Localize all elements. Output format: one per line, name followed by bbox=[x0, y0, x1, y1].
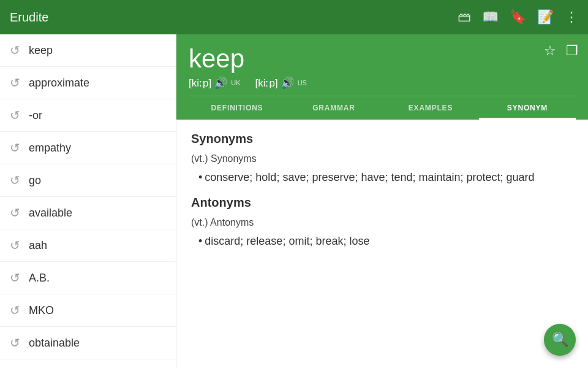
history-icon: ↺ bbox=[10, 75, 20, 90]
synonym-content: Synonyms (vt.) Synonyms •conserve; hold;… bbox=[176, 120, 588, 368]
word-header-actions: ☆ ❐ bbox=[544, 43, 578, 59]
sidebar-item[interactable]: ↺approximate bbox=[0, 67, 176, 99]
history-icon: ↺ bbox=[10, 335, 20, 350]
antonyms-section: Antonyms (vt.) Antonyms •discard; releas… bbox=[191, 196, 573, 250]
search-icon: 🔍 bbox=[552, 332, 568, 348]
tab-examples[interactable]: EXAMPLES bbox=[382, 96, 479, 120]
search-fab[interactable]: 🔍 bbox=[544, 324, 576, 356]
sidebar-word: A.B. bbox=[29, 272, 50, 285]
more-icon[interactable]: ⋮ bbox=[565, 9, 578, 25]
pron-text-uk: [kiːp] bbox=[189, 77, 211, 90]
content-tabs: DEFINITIONSGRAMMAREXAMPLESSYNONYM bbox=[189, 96, 576, 120]
synonyms-list: •conserve; hold; save; preserve; have; t… bbox=[198, 169, 573, 186]
history-icon: ↺ bbox=[10, 140, 20, 155]
history-icon: ↺ bbox=[10, 43, 20, 58]
pron-locale-us: US bbox=[298, 79, 307, 86]
tab-synonym[interactable]: SYNONYM bbox=[479, 96, 576, 120]
copy-icon[interactable]: ❐ bbox=[566, 43, 578, 59]
topbar-actions: 🗃 📖 🔖 📝 ⋮ bbox=[458, 9, 578, 25]
pronunciations: [kiːp] 🔊 UK [kiːp] 🔊 US bbox=[189, 76, 576, 90]
history-icon: ↺ bbox=[10, 238, 20, 253]
sidebar-word: go bbox=[29, 174, 41, 187]
sidebar-item[interactable]: ↺obtainable bbox=[0, 327, 176, 359]
main-layout: ↺keep↺approximate↺-or↺empathy↺go↺availab… bbox=[0, 34, 588, 368]
antonyms-subtitle: (vt.) Antonyms bbox=[191, 217, 573, 228]
pronunciation-uk: [kiːp] 🔊 UK bbox=[189, 76, 240, 90]
speaker-uk-icon[interactable]: 🔊 bbox=[214, 76, 227, 90]
bookmark-icon[interactable]: 🔖 bbox=[510, 9, 526, 25]
content-panel: ☆ ❐ keep [kiːp] 🔊 UK [kiːp] 🔊 US bbox=[176, 34, 588, 368]
sidebar-item[interactable]: ↺keep bbox=[0, 34, 176, 67]
bullet-icon: • bbox=[198, 171, 202, 183]
synonyms-title: Synonyms bbox=[191, 132, 573, 146]
sidebar-word: empathy bbox=[29, 142, 71, 155]
synonyms-subtitle: (vt.) Synonyms bbox=[191, 153, 573, 164]
history-icon: ↺ bbox=[10, 173, 20, 188]
sidebar-item[interactable]: ↺MKO bbox=[0, 294, 176, 327]
sidebar-item[interactable]: ↺A.B. bbox=[0, 262, 176, 294]
pron-locale-uk: UK bbox=[231, 79, 240, 86]
book-icon[interactable]: 📖 bbox=[482, 9, 499, 25]
sidebar-word: approximate bbox=[29, 77, 89, 90]
word-title: keep bbox=[189, 44, 576, 74]
sidebar-word: keep bbox=[29, 44, 53, 57]
history-icon: ↺ bbox=[10, 205, 20, 220]
history-icon: ↺ bbox=[10, 303, 20, 318]
sidebar-word: available bbox=[29, 207, 72, 220]
tab-grammar[interactable]: GRAMMAR bbox=[285, 96, 382, 120]
sidebar-item[interactable]: ↺go bbox=[0, 164, 176, 197]
history-sidebar: ↺keep↺approximate↺-or↺empathy↺go↺availab… bbox=[0, 34, 176, 368]
topbar: Erudite 🗃 📖 🔖 📝 ⋮ bbox=[0, 0, 588, 34]
bullet-icon-2: • bbox=[198, 235, 202, 247]
pron-text-us: [kiːp] bbox=[255, 77, 277, 90]
antonyms-list: •discard; release; omit; break; lose bbox=[198, 233, 573, 250]
sidebar-item[interactable]: ↺empathy bbox=[0, 132, 176, 164]
content-wrapper: ☆ ❐ keep [kiːp] 🔊 UK [kiːp] 🔊 US bbox=[176, 34, 588, 368]
word-header: ☆ ❐ keep [kiːp] 🔊 UK [kiːp] 🔊 US bbox=[176, 34, 588, 120]
sidebar-item[interactable]: ↺available bbox=[0, 197, 176, 229]
sidebar-word: -or bbox=[29, 109, 42, 122]
sidebar-item[interactable]: ↺arbitrary bbox=[0, 359, 176, 368]
sidebar-word: obtainable bbox=[29, 337, 80, 350]
speaker-us-icon[interactable]: 🔊 bbox=[281, 76, 294, 90]
pronunciation-us: [kiːp] 🔊 US bbox=[255, 76, 306, 90]
antonyms-title: Antonyms bbox=[191, 196, 573, 210]
flashcard-icon[interactable]: 🗃 bbox=[458, 9, 471, 25]
sidebar-word: MKO bbox=[29, 304, 54, 317]
history-icon: ↺ bbox=[10, 108, 20, 123]
tab-definitions[interactable]: DEFINITIONS bbox=[189, 96, 285, 120]
history-icon: ↺ bbox=[10, 270, 20, 285]
sidebar-item[interactable]: ↺-or bbox=[0, 99, 176, 132]
app-title: Erudite bbox=[10, 10, 458, 25]
sidebar-word: aah bbox=[29, 239, 47, 252]
sidebar-item[interactable]: ↺aah bbox=[0, 229, 176, 262]
star-icon[interactable]: ☆ bbox=[544, 43, 556, 59]
word-icon[interactable]: 📝 bbox=[537, 9, 554, 25]
